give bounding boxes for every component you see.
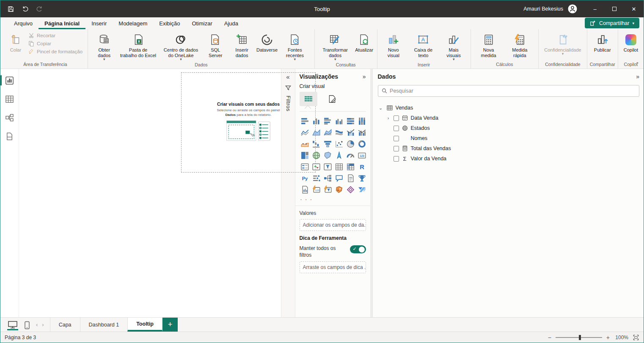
sql-server-button[interactable]: SQL Server [204,31,228,59]
get-more-visuals-button[interactable]: . . . [300,195,366,204]
tree-item-field[interactable]: Estados [378,123,640,133]
r-script-visual-icon[interactable]: R [357,162,367,172]
decomposition-tree-icon[interactable] [322,173,333,183]
build-visual-tab[interactable] [300,92,317,106]
format-painter-button[interactable]: Pincel de formatação [27,48,84,55]
page-tab-tooltip[interactable]: Tooltip [127,318,162,332]
recent-sources-button[interactable]: Fontes recentes▾ [279,31,311,62]
new-measure-button[interactable]: Nova medida [474,31,503,59]
menu-tab-arquivo[interactable]: Arquivo [8,19,39,29]
card-icon[interactable]: 123 [357,150,367,160]
power-automate-visual-icon[interactable] [357,184,367,195]
new-page-button[interactable]: + [162,318,178,332]
paste-button[interactable]: Colar [6,31,25,54]
report-canvas[interactable]: Criar visuais com seus dados Selecione o… [19,69,281,317]
save-icon[interactable] [6,5,15,13]
new-visual-button[interactable]: Novo visual [381,31,406,59]
donut-chart-icon[interactable] [357,139,367,149]
stacked-area-chart-icon[interactable] [322,127,333,137]
tree-item-field[interactable]: ›Data Venda [378,113,640,123]
refresh-button[interactable]: Atualizar [355,31,374,54]
quick-measure-button[interactable]: Medida rápida [504,31,535,59]
matrix-icon[interactable] [345,162,356,172]
gauge-icon[interactable] [345,150,356,160]
field-checkbox[interactable] [394,136,399,141]
python-visual-icon[interactable]: Py [300,173,310,183]
key-influencers-icon[interactable] [311,173,322,183]
menu-tab-modelagem[interactable]: Modelagem [113,19,153,29]
publish-button[interactable]: Publicar [592,31,613,54]
menu-tab-inserir[interactable]: Inserir [85,19,113,29]
new-card-icon[interactable]: 123 [311,184,322,195]
tree-item-field[interactable]: ΣValor da Venda [378,154,640,164]
menu-tab-otimizar[interactable]: Otimizar [186,19,218,29]
azure-map-icon[interactable] [334,150,344,160]
minimize-button[interactable]: – [585,0,605,17]
field-checkbox[interactable] [394,126,399,131]
dataverse-button[interactable]: Dataverse [256,31,278,54]
tooltip-field-well[interactable]: Arraste os campos de dica ... [300,261,366,273]
transform-data-button[interactable]: Transformar dados▾ [318,31,352,62]
metrics-icon[interactable] [357,173,367,183]
slicer-icon[interactable] [322,162,333,172]
page-tab-capa[interactable]: Capa [50,318,80,332]
arcgis-map-icon[interactable] [334,184,344,195]
expand-chevron-icon[interactable]: › [385,115,391,121]
collapse-visualizations-icon[interactable]: » [363,73,366,80]
undo-icon[interactable] [21,5,29,13]
q-and-a-icon[interactable] [334,173,344,183]
onelake-hub-button[interactable]: Centro de dados do OneLake▾ [160,31,203,62]
scatter-chart-icon[interactable] [334,139,344,149]
tree-item-field[interactable]: Total das Vendas [378,143,640,154]
page-tab-dashboard-1[interactable]: Dashboard 1 [80,318,128,332]
new-slicer-icon[interactable] [322,184,333,195]
user-name[interactable]: Amauri Bekesius [523,6,563,12]
menu-tab-ajuda[interactable]: Ajuda [218,19,244,29]
search-box[interactable] [378,85,640,97]
clustered-bar-chart-icon[interactable] [322,116,333,126]
pie-chart-icon[interactable] [345,139,356,149]
table-view-button[interactable] [3,93,16,104]
excel-workbook-button[interactable]: X Pasta de trabalho do Excel [118,31,159,59]
ribbon-chart-icon[interactable] [334,127,344,137]
model-view-button[interactable] [3,112,16,123]
filled-map-icon[interactable] [322,150,333,160]
line-and-clustered-column-chart-icon[interactable] [357,127,367,137]
report-view-button[interactable] [3,75,16,86]
keep-all-filters-toggle[interactable]: ✓ [350,245,366,253]
tree-item-field[interactable]: Nomes [378,133,640,143]
collapse-chevron-icon[interactable]: ⌄ [378,105,384,111]
mobile-layout-button[interactable] [24,320,30,329]
menu-tab-página-inicial[interactable]: Página Inicial [39,19,85,29]
100-stacked-bar-chart-icon[interactable] [345,116,356,126]
copy-button[interactable]: Copiar [27,40,84,47]
maximize-button[interactable] [605,0,624,17]
field-checkbox[interactable] [394,115,399,121]
get-data-button[interactable]: Obter dados▾ [91,31,117,62]
collapse-ribbon-icon[interactable]: ⌃ [636,61,639,67]
redo-icon[interactable] [35,5,44,13]
close-button[interactable]: ✕ [624,0,644,17]
more-visuals-button[interactable]: Mais visuais▾ [440,31,467,62]
paginated-report-icon[interactable] [300,184,310,195]
tree-item-table[interactable]: ⌄Vendas [378,103,640,113]
values-field-well[interactable]: Adicionar os campos de da... [300,219,366,231]
100-stacked-column-chart-icon[interactable] [357,116,367,126]
format-visual-tab[interactable] [323,92,341,106]
user-avatar-icon[interactable] [567,4,578,14]
menu-tab-exibição[interactable]: Exibição [153,19,186,29]
dax-query-view-button[interactable]: DAX [3,131,16,142]
clustered-column-chart-icon[interactable] [334,116,344,126]
power-apps-visual-icon[interactable] [345,184,356,195]
field-checkbox[interactable] [394,146,399,151]
canvas-page[interactable]: Criar visuais com seus dados Selecione o… [181,72,316,173]
previous-page-icon[interactable]: ‹ [36,321,38,328]
smart-narrative-icon[interactable] [345,173,356,183]
zoom-out-button[interactable]: − [548,334,551,341]
search-input[interactable] [390,88,636,94]
desktop-layout-button[interactable] [7,319,18,330]
enter-data-button[interactable]: Inserir dados [228,31,255,59]
text-box-button[interactable]: A Caixa de texto [408,31,438,59]
line-and-stacked-column-chart-icon[interactable] [345,127,356,137]
share-button[interactable]: Compartilhar ▾ [585,18,639,28]
